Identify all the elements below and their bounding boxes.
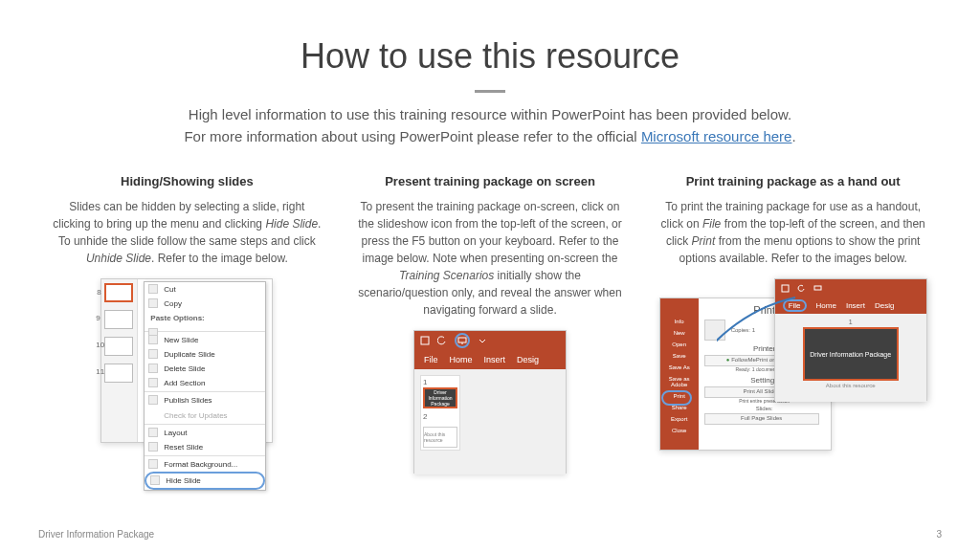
title-divider <box>475 90 505 93</box>
duplicate-icon <box>148 349 158 359</box>
menu-copy: Copy <box>145 297 265 311</box>
footer: Driver Information Package 3 <box>38 529 942 540</box>
slide-thumb-1: Driver Information Package <box>423 387 457 408</box>
svg-rect-3 <box>814 286 821 290</box>
layout-icon <box>148 428 158 437</box>
menu-publish: Publish Slides <box>145 393 265 408</box>
qat-2 <box>775 279 926 297</box>
menu-paste-hdr: Paste Options: <box>145 311 265 325</box>
undo-icon <box>437 336 447 345</box>
col1-heading: Hiding/Showing slides <box>50 174 324 188</box>
delete-icon <box>148 364 158 373</box>
page-number: 3 <box>936 529 942 540</box>
svg-rect-1 <box>458 338 466 342</box>
screenshot-hide-slide: 8 9 10 11 Cut Copy Paste Options: New Sl… <box>100 278 273 443</box>
col1-body: Slides can be hidden by selecting a slid… <box>50 198 324 267</box>
tab-home: Home <box>450 355 473 364</box>
hide-icon <box>150 475 160 485</box>
ms-resource-link[interactable]: Microsoft resource here <box>641 128 792 144</box>
section-icon <box>148 378 158 387</box>
cut-icon <box>148 284 158 294</box>
footer-left: Driver Information Package <box>38 529 154 540</box>
menu-format-bg: Format Background... <box>145 457 265 472</box>
quick-access-toolbar <box>414 331 566 350</box>
slideshow-icon <box>813 284 822 293</box>
intro-text: High level information to use this train… <box>145 104 835 147</box>
col-print: Print training package as a hand out To … <box>656 174 930 474</box>
menu-add-section: Add Section <box>145 376 265 390</box>
col3-heading: Print training package as a hand out <box>656 174 930 188</box>
menu-duplicate: Duplicate Slide <box>145 347 265 362</box>
menu-delete: Delete Slide <box>145 362 265 376</box>
svg-rect-0 <box>421 337 429 344</box>
menu-hide-slide: Hide Slide <box>145 472 265 490</box>
reset-icon <box>148 442 158 452</box>
col-present: Present training package on screen To pr… <box>353 174 628 474</box>
ribbon-tabs: File Home Insert Desig <box>414 350 566 369</box>
new-slide-icon <box>148 335 158 344</box>
screenshot-file-tab: File Home Insert Desig 1 Driver Informat… <box>774 278 927 401</box>
slideshow-icon-circled <box>455 333 470 348</box>
backstage-print: Print <box>660 390 699 402</box>
menu-layout: Layout <box>145 426 265 440</box>
save-icon <box>781 284 790 293</box>
slide-thumb-2: About this resource <box>423 427 457 448</box>
backstage-sidebar: Info New Open Save Save As Save as Adobe… <box>660 298 699 450</box>
context-menu: Cut Copy Paste Options: New Slide Duplic… <box>144 281 266 491</box>
more-icon <box>478 336 487 345</box>
copy-icon <box>148 298 158 308</box>
page-title: How to use this resource <box>0 36 980 77</box>
tab-design: Desig <box>517 355 539 364</box>
tab-insert: Insert <box>484 355 506 364</box>
screenshot-present: File Home Insert Desig 1 Driver Informat… <box>413 330 567 474</box>
screenshot-print-group: Info New Open Save Save As Save as Adobe… <box>659 278 927 452</box>
tab-file-circled: File <box>783 299 807 312</box>
menu-cut: Cut <box>145 282 265 297</box>
menu-new-slide: New Slide <box>145 333 265 347</box>
publish-icon <box>148 395 158 405</box>
format-icon <box>148 459 158 469</box>
print-icon <box>704 320 725 341</box>
slideshow-icon <box>457 336 467 345</box>
svg-rect-2 <box>782 285 789 292</box>
col2-body: To present the training package on-scree… <box>353 198 628 319</box>
undo-icon <box>797 284 806 293</box>
col3-body: To print the training package for use as… <box>656 198 930 267</box>
columns: Hiding/Showing slides Slides can be hidd… <box>50 174 930 474</box>
overlay-thumb: Driver Information Package <box>803 327 899 381</box>
tab-file: File <box>424 355 438 364</box>
col-hide-slides: Hiding/Showing slides Slides can be hidd… <box>50 174 324 474</box>
col2-heading: Present training package on screen <box>353 174 628 188</box>
menu-reset: Reset Slide <box>145 440 265 454</box>
save-icon <box>420 336 430 345</box>
menu-check: Check for Updates <box>145 408 265 423</box>
